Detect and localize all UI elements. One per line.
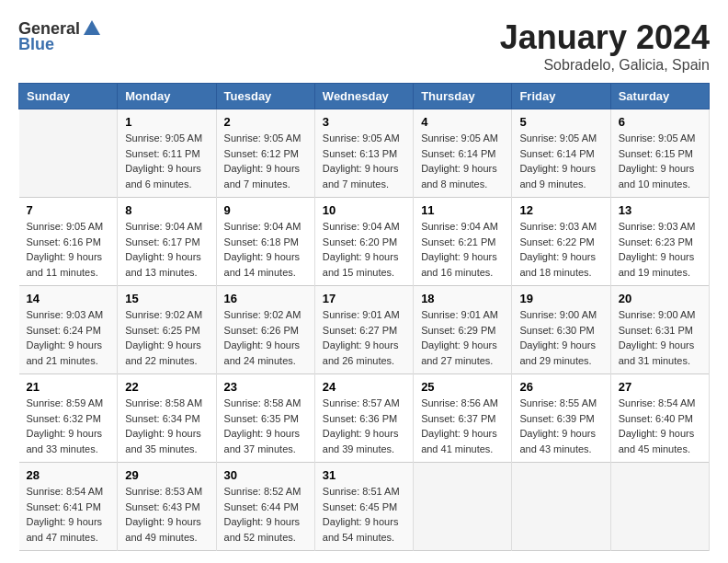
- day-info: Sunrise: 9:05 AM Sunset: 6:15 PM Dayligh…: [619, 131, 701, 191]
- sunset: Sunset: 6:20 PM: [323, 236, 397, 247]
- day-number: 11: [421, 203, 504, 217]
- sunset: Sunset: 6:11 PM: [125, 148, 199, 159]
- day-info: Sunrise: 9:04 AM Sunset: 6:20 PM Dayligh…: [323, 219, 405, 280]
- sunrise: Sunrise: 9:03 AM: [519, 221, 597, 232]
- calendar-cell: 16 Sunrise: 9:02 AM Sunset: 6:26 PM Dayl…: [216, 286, 314, 374]
- sunrise: Sunrise: 9:04 AM: [125, 221, 202, 232]
- day-info: Sunrise: 9:02 AM Sunset: 6:26 PM Dayligh…: [224, 307, 307, 368]
- header-row: SundayMondayTuesdayWednesdayThursdayFrid…: [19, 84, 710, 109]
- sunrise: Sunrise: 9:03 AM: [619, 221, 696, 232]
- calendar-cell: 15 Sunrise: 9:02 AM Sunset: 6:25 PM Dayl…: [118, 286, 216, 374]
- sunrise: Sunrise: 8:51 AM: [323, 486, 400, 497]
- daylight: Daylight: 9 hours and 45 minutes.: [619, 428, 695, 454]
- sunset: Sunset: 6:16 PM: [27, 236, 101, 247]
- calendar-cell: 23 Sunrise: 8:58 AM Sunset: 6:35 PM Dayl…: [216, 374, 314, 463]
- sunset: Sunset: 6:36 PM: [323, 413, 397, 424]
- day-number: 19: [519, 292, 602, 305]
- day-number: 5: [519, 115, 602, 129]
- day-number: 23: [224, 380, 307, 394]
- daylight: Daylight: 9 hours and 9 minutes.: [519, 163, 596, 190]
- day-number: 31: [323, 468, 405, 482]
- sunrise: Sunrise: 8:58 AM: [224, 397, 301, 408]
- logo-icon: [82, 18, 102, 39]
- calendar-cell: 18 Sunrise: 9:01 AM Sunset: 6:29 PM Dayl…: [414, 286, 512, 374]
- calendar-cell: 17 Sunrise: 9:01 AM Sunset: 6:27 PM Dayl…: [314, 286, 413, 374]
- column-header-thursday: Thursday: [414, 84, 512, 109]
- day-info: Sunrise: 9:01 AM Sunset: 6:29 PM Dayligh…: [421, 307, 504, 368]
- day-number: 4: [421, 115, 504, 129]
- calendar-cell: 27 Sunrise: 8:54 AM Sunset: 6:40 PM Dayl…: [610, 374, 709, 463]
- calendar-cell: 10 Sunrise: 9:04 AM Sunset: 6:20 PM Dayl…: [314, 198, 413, 286]
- sunset: Sunset: 6:32 PM: [27, 413, 101, 424]
- daylight: Daylight: 9 hours and 49 minutes.: [125, 516, 201, 543]
- day-info: Sunrise: 8:53 AM Sunset: 6:43 PM Dayligh…: [125, 484, 208, 545]
- day-number: 15: [125, 292, 208, 305]
- calendar-cell: 31 Sunrise: 8:51 AM Sunset: 6:45 PM Dayl…: [314, 463, 413, 551]
- day-number: 16: [224, 292, 307, 305]
- calendar-cell: 13 Sunrise: 9:03 AM Sunset: 6:23 PM Dayl…: [610, 198, 709, 286]
- sunset: Sunset: 6:26 PM: [224, 325, 299, 336]
- calendar-cell: [512, 463, 610, 551]
- sunset: Sunset: 6:27 PM: [323, 325, 397, 336]
- calendar-cell: [414, 463, 512, 551]
- column-header-tuesday: Tuesday: [216, 84, 314, 109]
- calendar-cell: 21 Sunrise: 8:59 AM Sunset: 6:32 PM Dayl…: [19, 374, 118, 463]
- calendar-table: SundayMondayTuesdayWednesdayThursdayFrid…: [18, 83, 710, 551]
- calendar-cell: 29 Sunrise: 8:53 AM Sunset: 6:43 PM Dayl…: [118, 463, 216, 551]
- sunrise: Sunrise: 8:56 AM: [421, 397, 498, 408]
- day-info: Sunrise: 9:05 AM Sunset: 6:16 PM Dayligh…: [27, 219, 110, 280]
- page-header: General Blue January 2024 Sobradelo, Gal…: [18, 18, 710, 74]
- calendar-cell: 1 Sunrise: 9:05 AM Sunset: 6:11 PM Dayli…: [118, 109, 216, 198]
- sunset: Sunset: 6:21 PM: [421, 236, 495, 247]
- day-number: 10: [323, 203, 405, 217]
- calendar-cell: 7 Sunrise: 9:05 AM Sunset: 6:16 PM Dayli…: [19, 198, 118, 286]
- sunrise: Sunrise: 9:00 AM: [619, 309, 696, 320]
- daylight: Daylight: 9 hours and 11 minutes.: [27, 251, 103, 278]
- calendar-cell: 30 Sunrise: 8:52 AM Sunset: 6:44 PM Dayl…: [216, 463, 314, 551]
- day-number: 18: [421, 292, 504, 305]
- calendar-cell: 4 Sunrise: 9:05 AM Sunset: 6:14 PM Dayli…: [414, 109, 512, 198]
- sunset: Sunset: 6:37 PM: [421, 413, 495, 424]
- day-info: Sunrise: 8:54 AM Sunset: 6:41 PM Dayligh…: [27, 484, 110, 545]
- week-row-3: 14 Sunrise: 9:03 AM Sunset: 6:24 PM Dayl…: [19, 286, 710, 374]
- calendar-cell: 6 Sunrise: 9:05 AM Sunset: 6:15 PM Dayli…: [610, 109, 709, 198]
- week-row-2: 7 Sunrise: 9:05 AM Sunset: 6:16 PM Dayli…: [19, 198, 710, 286]
- calendar-cell: [19, 109, 118, 198]
- sunset: Sunset: 6:17 PM: [125, 236, 199, 247]
- day-info: Sunrise: 9:05 AM Sunset: 6:14 PM Dayligh…: [519, 131, 602, 191]
- sunset: Sunset: 6:24 PM: [27, 325, 101, 336]
- sunset: Sunset: 6:22 PM: [519, 236, 594, 247]
- daylight: Daylight: 9 hours and 16 minutes.: [421, 251, 497, 278]
- daylight: Daylight: 9 hours and 43 minutes.: [519, 428, 596, 454]
- day-info: Sunrise: 9:01 AM Sunset: 6:27 PM Dayligh…: [323, 307, 405, 368]
- day-number: 9: [224, 203, 307, 217]
- calendar-cell: 9 Sunrise: 9:04 AM Sunset: 6:18 PM Dayli…: [216, 198, 314, 286]
- sunrise: Sunrise: 9:05 AM: [421, 132, 498, 144]
- daylight: Daylight: 9 hours and 33 minutes.: [27, 428, 103, 454]
- daylight: Daylight: 9 hours and 8 minutes.: [421, 163, 497, 190]
- calendar-cell: 25 Sunrise: 8:56 AM Sunset: 6:37 PM Dayl…: [414, 374, 512, 463]
- sunset: Sunset: 6:25 PM: [125, 325, 199, 336]
- column-header-friday: Friday: [512, 84, 610, 109]
- sunset: Sunset: 6:13 PM: [323, 148, 397, 159]
- sunrise: Sunrise: 8:59 AM: [27, 397, 104, 408]
- daylight: Daylight: 9 hours and 19 minutes.: [619, 251, 695, 278]
- sunrise: Sunrise: 9:01 AM: [421, 309, 498, 320]
- main-title: January 2024: [500, 18, 710, 57]
- sunrise: Sunrise: 9:05 AM: [224, 132, 301, 144]
- calendar-cell: 24 Sunrise: 8:57 AM Sunset: 6:36 PM Dayl…: [314, 374, 413, 463]
- calendar-cell: 14 Sunrise: 9:03 AM Sunset: 6:24 PM Dayl…: [19, 286, 118, 374]
- sunset: Sunset: 6:18 PM: [224, 236, 299, 247]
- day-info: Sunrise: 8:57 AM Sunset: 6:36 PM Dayligh…: [323, 396, 405, 456]
- day-number: 8: [125, 203, 208, 217]
- sunset: Sunset: 6:14 PM: [519, 148, 594, 159]
- daylight: Daylight: 9 hours and 6 minutes.: [125, 163, 201, 190]
- day-info: Sunrise: 9:05 AM Sunset: 6:11 PM Dayligh…: [125, 131, 208, 191]
- sunset: Sunset: 6:15 PM: [619, 148, 693, 159]
- day-info: Sunrise: 8:51 AM Sunset: 6:45 PM Dayligh…: [323, 484, 405, 545]
- calendar-cell: 2 Sunrise: 9:05 AM Sunset: 6:12 PM Dayli…: [216, 109, 314, 198]
- sunset: Sunset: 6:30 PM: [519, 325, 594, 336]
- calendar-cell: 20 Sunrise: 9:00 AM Sunset: 6:31 PM Dayl…: [610, 286, 709, 374]
- day-number: 3: [323, 115, 405, 129]
- title-block: January 2024 Sobradelo, Galicia, Spain: [500, 18, 710, 74]
